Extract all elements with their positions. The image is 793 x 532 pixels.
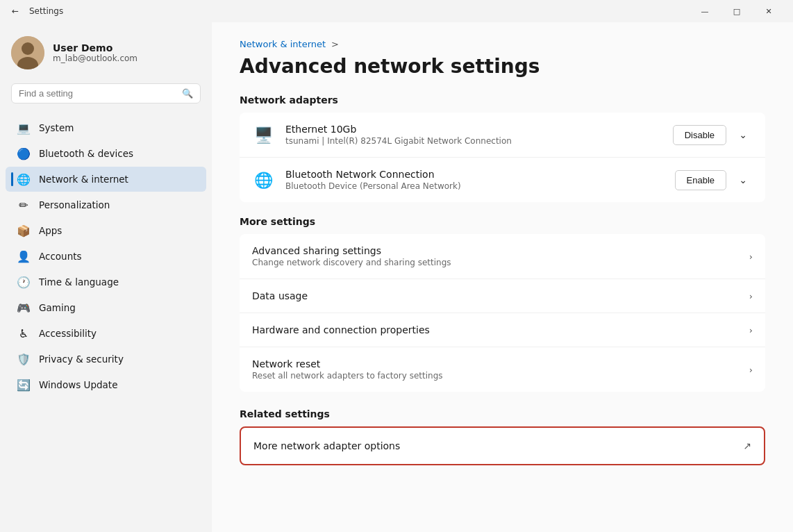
settings-list: Advanced sharing settings Change network… xyxy=(240,234,765,392)
sidebar-item-apps[interactable]: 📦 Apps xyxy=(6,218,206,243)
related-card: More network adapter options ↗ xyxy=(240,426,765,465)
breadcrumb: Network & internet > xyxy=(240,39,765,49)
breadcrumb-parent[interactable]: Network & internet xyxy=(240,39,326,49)
sidebar-label-system: System xyxy=(39,122,74,133)
adapter-actions-0: Disable ⌄ xyxy=(673,124,754,146)
user-email: m_lab@outlook.com xyxy=(53,53,137,63)
sidebar-item-accessibility[interactable]: ♿ Accessibility xyxy=(6,321,206,346)
window-controls: — □ ✕ xyxy=(689,0,785,22)
settings-item-3[interactable]: Network reset Reset all network adapters… xyxy=(240,347,765,392)
settings-item-1[interactable]: Data usage › xyxy=(240,279,765,313)
settings-item-desc-3: Reset all network adapters to factory se… xyxy=(252,371,749,381)
gaming-icon: 🎮 xyxy=(17,301,31,315)
accounts-icon: 👤 xyxy=(17,249,31,263)
sidebar-label-bluetooth: Bluetooth & devices xyxy=(39,148,133,159)
sidebar-label-update: Windows Update xyxy=(39,379,117,390)
personalization-icon: ✏️ xyxy=(17,198,31,212)
sidebar-label-privacy: Privacy & security xyxy=(39,354,124,365)
sidebar-label-accessibility: Accessibility xyxy=(39,328,97,339)
sidebar-label-network: Network & internet xyxy=(39,174,128,185)
sidebar-item-privacy[interactable]: 🛡️ Privacy & security xyxy=(6,347,206,372)
sidebar-item-time[interactable]: 🕐 Time & language xyxy=(6,269,206,294)
network-icon: 🌐 xyxy=(17,172,31,186)
sidebar-item-update[interactable]: 🔄 Windows Update xyxy=(6,372,206,397)
related-settings-header: Related settings xyxy=(240,408,765,419)
settings-item-desc-0: Change network discovery and sharing set… xyxy=(252,258,749,267)
user-profile[interactable]: User Demo m_lab@outlook.com xyxy=(0,22,212,83)
minimize-button[interactable]: — xyxy=(689,0,721,22)
sidebar-label-personalization: Personalization xyxy=(39,199,110,210)
more-settings-header: More settings xyxy=(240,216,765,227)
settings-item-2[interactable]: Hardware and connection properties › xyxy=(240,313,765,347)
update-icon: 🔄 xyxy=(17,378,31,392)
adapter-info-0: Ethernet 10Gb tsunami | Intel(R) 82574L … xyxy=(285,124,673,146)
adapter-name-0: Ethernet 10Gb xyxy=(285,124,673,135)
adapter-item-0: 🖥️ Ethernet 10Gb tsunami | Intel(R) 8257… xyxy=(240,113,765,158)
sidebar-item-bluetooth[interactable]: 🔵 Bluetooth & devices xyxy=(6,141,206,166)
sidebar-label-accounts: Accounts xyxy=(39,251,82,262)
settings-item-text-0: Advanced sharing settings Change network… xyxy=(252,245,749,267)
adapter-btn-1[interactable]: Enable xyxy=(675,170,726,190)
settings-item-0[interactable]: Advanced sharing settings Change network… xyxy=(240,234,765,279)
settings-chevron-1: › xyxy=(749,291,753,301)
adapters-card: 🖥️ Ethernet 10Gb tsunami | Intel(R) 8257… xyxy=(240,113,765,202)
privacy-icon: 🛡️ xyxy=(17,352,31,366)
apps-icon: 📦 xyxy=(17,224,31,238)
main-content: Network & internet > Advanced network se… xyxy=(212,22,793,532)
user-info: User Demo m_lab@outlook.com xyxy=(53,42,137,63)
adapter-actions-1: Enable ⌄ xyxy=(675,169,754,191)
settings-chevron-3: › xyxy=(749,365,753,375)
external-link-icon-0: ↗ xyxy=(743,440,751,451)
sidebar-label-apps: Apps xyxy=(39,225,62,236)
settings-window: ← Settings — □ ✕ User Demo m_ xyxy=(0,0,793,532)
settings-chevron-0: › xyxy=(749,251,753,262)
user-name: User Demo xyxy=(53,42,137,53)
titlebar: ← Settings — □ ✕ xyxy=(0,0,793,22)
settings-item-title-2: Hardware and connection properties xyxy=(252,324,749,335)
settings-item-title-0: Advanced sharing settings xyxy=(252,245,749,256)
adapter-btn-0[interactable]: Disable xyxy=(673,125,726,145)
sidebar-item-personalization[interactable]: ✏️ Personalization xyxy=(6,192,206,217)
sidebar-item-network[interactable]: 🌐 Network & internet xyxy=(6,167,206,192)
adapter-desc-1: Bluetooth Device (Personal Area Network) xyxy=(285,181,675,191)
nav-list: 💻 System 🔵 Bluetooth & devices 🌐 Network… xyxy=(0,112,212,401)
system-icon: 💻 xyxy=(17,121,31,135)
related-settings-section: Related settings More network adapter op… xyxy=(240,408,765,465)
sidebar-label-gaming: Gaming xyxy=(39,302,76,313)
search-box[interactable]: 🔍 xyxy=(11,83,201,103)
settings-item-text-3: Network reset Reset all network adapters… xyxy=(252,358,749,381)
titlebar-title: Settings xyxy=(29,6,682,16)
content-area: User Demo m_lab@outlook.com 🔍 💻 System 🔵… xyxy=(0,22,793,532)
sidebar-item-gaming[interactable]: 🎮 Gaming xyxy=(6,295,206,320)
adapter-expand-btn-1[interactable]: ⌄ xyxy=(732,169,754,191)
search-input[interactable] xyxy=(19,88,178,99)
avatar xyxy=(11,36,44,69)
maximize-button[interactable]: □ xyxy=(721,0,753,22)
close-button[interactable]: ✕ xyxy=(753,0,785,22)
accessibility-icon: ♿ xyxy=(17,326,31,340)
bluetooth-icon: 🔵 xyxy=(17,147,31,160)
sidebar: User Demo m_lab@outlook.com 🔍 💻 System 🔵… xyxy=(0,22,212,532)
settings-item-text-1: Data usage xyxy=(252,290,749,301)
adapter-expand-btn-0[interactable]: ⌄ xyxy=(732,124,754,146)
adapter-info-1: Bluetooth Network Connection Bluetooth D… xyxy=(285,169,675,191)
sidebar-label-time: Time & language xyxy=(39,276,119,288)
settings-item-title-1: Data usage xyxy=(252,290,749,301)
sidebar-item-accounts[interactable]: 👤 Accounts xyxy=(6,244,206,269)
settings-item-title-3: Network reset xyxy=(252,358,749,369)
sidebar-item-system[interactable]: 💻 System xyxy=(6,115,206,140)
breadcrumb-separator: > xyxy=(331,39,339,49)
related-item-0[interactable]: More network adapter options ↗ xyxy=(241,428,764,464)
network-adapters-header: Network adapters xyxy=(240,94,765,106)
adapter-name-1: Bluetooth Network Connection xyxy=(285,169,675,180)
settings-chevron-2: › xyxy=(749,325,753,335)
adapter-icon-1: 🌐 xyxy=(251,167,276,192)
time-icon: 🕐 xyxy=(17,275,31,289)
settings-item-text-2: Hardware and connection properties xyxy=(252,324,749,335)
search-icon: 🔍 xyxy=(182,88,193,99)
adapter-desc-0: tsunami | Intel(R) 82574L Gigabit Networ… xyxy=(285,136,673,146)
page-title: Advanced network settings xyxy=(240,55,765,78)
more-settings-section: More settings Advanced sharing settings … xyxy=(240,216,765,392)
related-item-title-0: More network adapter options xyxy=(253,440,743,451)
back-button[interactable]: ← xyxy=(8,4,22,18)
